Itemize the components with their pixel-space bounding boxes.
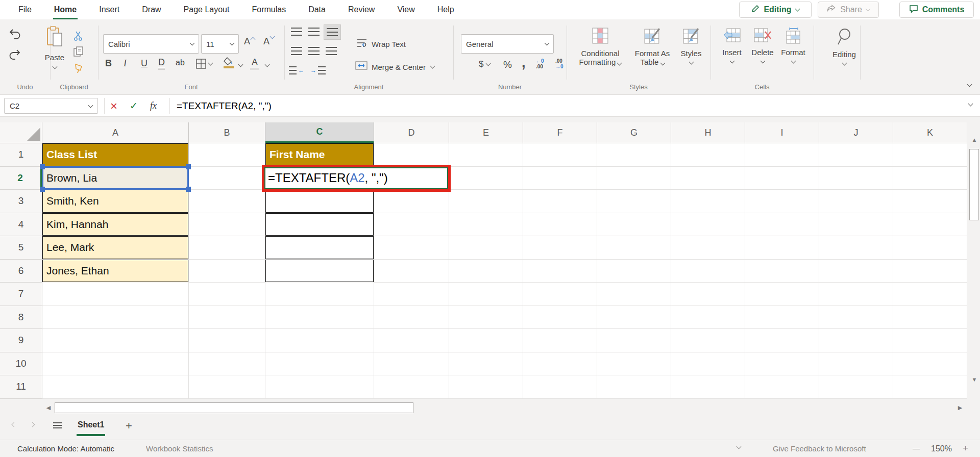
comments-button[interactable]: Comments: [899, 2, 974, 18]
tab-draw[interactable]: Draw: [131, 0, 172, 19]
bold-button[interactable]: B: [105, 58, 112, 69]
align-center-button[interactable]: [308, 47, 320, 55]
cell[interactable]: [597, 143, 671, 167]
cell[interactable]: [523, 167, 597, 190]
cell[interactable]: [893, 213, 967, 237]
cell[interactable]: [671, 375, 745, 399]
tab-file[interactable]: File: [7, 0, 43, 19]
cell[interactable]: [449, 236, 523, 260]
row-header-8[interactable]: 8: [0, 306, 42, 329]
cell[interactable]: [597, 236, 671, 260]
comma-format-button[interactable]: ,: [522, 55, 526, 71]
cell[interactable]: [42, 283, 189, 306]
cell[interactable]: [449, 352, 523, 376]
collapse-ribbon-chevron-icon[interactable]: [967, 82, 972, 87]
double-underline-button[interactable]: D: [158, 57, 165, 69]
sheet-tab-sheet1[interactable]: Sheet1: [77, 418, 105, 436]
cell[interactable]: [374, 375, 449, 399]
cell[interactable]: [42, 329, 189, 352]
cell[interactable]: [597, 167, 671, 190]
zoom-in-button[interactable]: +: [963, 443, 968, 454]
cell[interactable]: [893, 190, 967, 213]
column-header-a[interactable]: A: [42, 122, 189, 143]
merge-center-button[interactable]: Merge & Center: [355, 61, 434, 72]
expand-formula-bar-chevron-icon[interactable]: [968, 101, 973, 107]
cell-c1[interactable]: First Name: [265, 143, 374, 167]
cell[interactable]: [449, 306, 523, 329]
column-header-h[interactable]: H: [671, 122, 745, 143]
cell-c2-formula-editor[interactable]: =TEXTAFTER(A2, ","): [264, 167, 448, 189]
column-header-j[interactable]: J: [819, 122, 893, 143]
cell[interactable]: [374, 213, 449, 237]
status-bar-chevron-icon[interactable]: [737, 444, 742, 449]
cell[interactable]: [265, 329, 374, 352]
cell[interactable]: [671, 236, 745, 260]
cell[interactable]: [819, 375, 893, 399]
borders-button[interactable]: [196, 59, 212, 69]
increase-decimal-button[interactable]: ←0.00: [536, 58, 544, 69]
cell[interactable]: [42, 352, 189, 376]
cell[interactable]: [893, 143, 967, 167]
shrink-font-button[interactable]: A: [263, 36, 274, 47]
fill-color-button[interactable]: [224, 57, 234, 68]
cell[interactable]: [893, 329, 967, 352]
cell[interactable]: [523, 260, 597, 283]
grow-font-button[interactable]: A: [244, 36, 255, 47]
cell[interactable]: [745, 260, 819, 283]
selection-handle[interactable]: [40, 187, 45, 192]
cell[interactable]: [523, 375, 597, 399]
cell[interactable]: [449, 167, 523, 190]
cell[interactable]: [523, 352, 597, 376]
editing-menu-button[interactable]: Editing: [826, 28, 863, 65]
cell[interactable]: [745, 213, 819, 237]
cell[interactable]: [745, 352, 819, 376]
cut-button[interactable]: [74, 31, 84, 41]
cell[interactable]: [265, 306, 374, 329]
cell[interactable]: [449, 329, 523, 352]
cell[interactable]: [893, 260, 967, 283]
cell[interactable]: [893, 306, 967, 329]
chevron-down-icon[interactable]: [238, 62, 243, 67]
cell[interactable]: [189, 352, 265, 376]
tab-insert[interactable]: Insert: [88, 0, 131, 19]
align-right-button[interactable]: [326, 47, 337, 55]
format-painter-icon[interactable]: [74, 63, 84, 73]
cell-b5[interactable]: [189, 236, 265, 260]
cell[interactable]: [523, 236, 597, 260]
select-all-button[interactable]: [0, 122, 42, 143]
format-as-table-button[interactable]: Format As Table: [631, 28, 674, 66]
calculation-mode-status[interactable]: Calculation Mode: Automatic: [17, 444, 114, 453]
cell[interactable]: [42, 375, 189, 399]
cell[interactable]: [745, 329, 819, 352]
cell[interactable]: [671, 167, 745, 190]
vertical-scrollbar[interactable]: ▲ ▼: [968, 122, 980, 390]
cell-b2[interactable]: [189, 167, 265, 190]
cell[interactable]: [819, 306, 893, 329]
cell-c5[interactable]: [265, 236, 374, 260]
cell[interactable]: [597, 352, 671, 376]
column-header-e[interactable]: E: [449, 122, 523, 143]
cell[interactable]: [671, 143, 745, 167]
cell[interactable]: [374, 283, 449, 306]
row-header-10[interactable]: 10: [0, 352, 42, 376]
cell[interactable]: [819, 283, 893, 306]
tab-page-layout[interactable]: Page Layout: [173, 0, 241, 19]
cancel-icon[interactable]: ×: [110, 95, 117, 117]
insert-cells-button[interactable]: Insert: [718, 28, 746, 63]
cell[interactable]: [671, 329, 745, 352]
cell[interactable]: [374, 236, 449, 260]
tab-data[interactable]: Data: [297, 0, 337, 19]
scroll-right-arrow-icon[interactable]: ▶: [954, 404, 966, 411]
workbook-statistics-button[interactable]: Workbook Statistics: [146, 444, 213, 453]
cell[interactable]: [893, 236, 967, 260]
cell[interactable]: [374, 260, 449, 283]
share-button[interactable]: Share: [818, 2, 879, 18]
cell-b4[interactable]: [189, 213, 265, 237]
paste-button[interactable]: Paste: [42, 26, 67, 68]
cell[interactable]: [265, 283, 374, 306]
vertical-scroll-thumb[interactable]: [969, 149, 979, 220]
cell-a2[interactable]: Brown, Lia: [42, 167, 189, 190]
cell[interactable]: [189, 306, 265, 329]
column-header-f[interactable]: F: [523, 122, 597, 143]
cell-a3[interactable]: Smith, Ken: [42, 190, 189, 213]
